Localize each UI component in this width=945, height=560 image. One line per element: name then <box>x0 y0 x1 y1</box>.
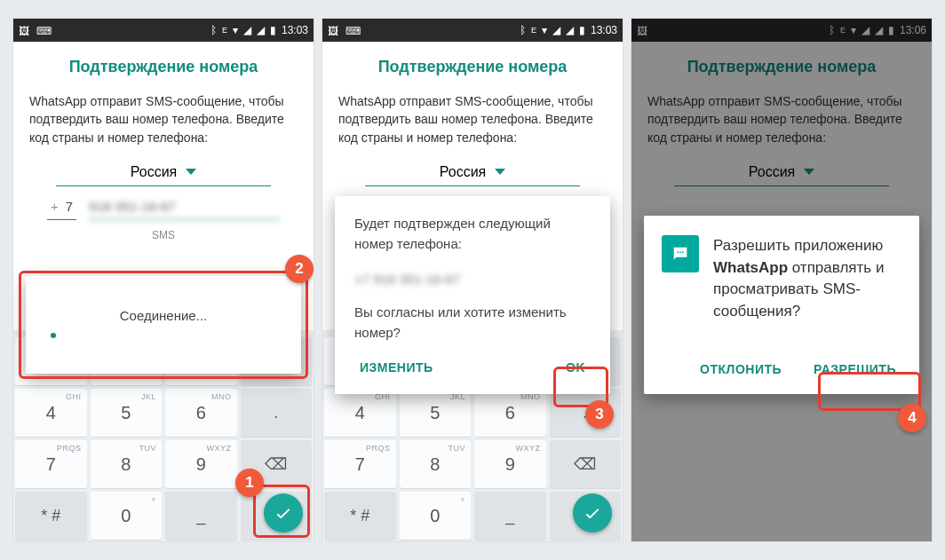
key-8[interactable]: 8TUV <box>400 440 472 488</box>
key-space[interactable]: _ <box>474 492 546 540</box>
spinner-icon <box>51 333 56 338</box>
notif-keyboard-icon: ⌨ <box>345 25 358 35</box>
ok-button[interactable]: OK <box>560 351 591 383</box>
submit-fab[interactable] <box>573 493 612 532</box>
sms-permission-icon <box>662 235 699 272</box>
svg-point-2 <box>682 251 684 253</box>
page-title: Подтверждение номера <box>647 58 916 76</box>
svg-point-1 <box>679 251 681 253</box>
clock: 13:06 <box>900 24 926 36</box>
wifi-icon: ▾ <box>851 24 856 36</box>
connecting-text: Соединение... <box>45 308 282 323</box>
change-button[interactable]: ИЗМЕНИТЬ <box>354 351 439 383</box>
submit-fab[interactable] <box>264 493 303 532</box>
notif-picture-icon: 🖼 <box>637 25 649 35</box>
key-9[interactable]: 9WXYZ <box>165 440 237 488</box>
country-label: Россия <box>440 164 486 180</box>
clock: 13:03 <box>282 24 308 36</box>
key-0[interactable]: 0+ <box>91 492 163 540</box>
country-label: Россия <box>131 164 177 180</box>
signal-icon-2: ◢ <box>566 24 574 36</box>
page-blurb: WhatsApp отправит SMS-сообщение, чтобы п… <box>338 92 607 146</box>
key-dot[interactable]: . <box>241 389 313 437</box>
check-icon <box>274 503 293 523</box>
country-code-input[interactable]: + 7 <box>47 199 76 220</box>
clock: 13:03 <box>591 24 617 36</box>
bt-icon: ᛒ <box>520 24 526 36</box>
screenshot-2: 🖼 ⌨ ᛒ E ▾ ◢ ◢ ▮ 13:03 Подтверждение номе… <box>322 18 623 542</box>
signal-icon: ◢ <box>243 24 251 36</box>
bt-icon: ᛒ <box>829 24 835 36</box>
svg-point-0 <box>677 251 679 253</box>
key-sym[interactable]: * # <box>15 492 87 540</box>
connecting-dialog: Соединение... <box>26 276 301 374</box>
signal-icon: ◢ <box>552 24 560 36</box>
confirm-number: +7 918 351-16-67 <box>354 272 591 287</box>
key-space[interactable]: _ <box>165 492 237 540</box>
chat-bubble-icon <box>671 244 690 264</box>
key-8[interactable]: 8TUV <box>91 440 163 488</box>
callout-num-4: 4 <box>898 404 926 432</box>
signal-icon: ◢ <box>862 24 870 36</box>
callout-num-3: 3 <box>585 400 614 429</box>
battery-icon: ▮ <box>888 24 894 36</box>
country-selector[interactable]: Россия <box>56 164 271 186</box>
net-e-icon: E <box>840 26 846 35</box>
key-7[interactable]: 7PRQS <box>15 440 87 488</box>
check-icon <box>583 503 602 523</box>
key-6[interactable]: 6MNO <box>165 389 237 437</box>
key-5[interactable]: 5JKL <box>400 389 472 437</box>
key-6[interactable]: 6MNO <box>474 389 546 437</box>
wifi-icon: ▾ <box>542 24 547 36</box>
status-bar: 🖼 ⌨ ᛒ E ▾ ◢ ◢ ▮ 13:03 <box>322 19 623 42</box>
key-4[interactable]: 4GHI <box>324 389 396 437</box>
status-bar: 🖼 ⌨ ᛒ E ▾ ◢ ◢ ▮ 13:03 <box>13 19 314 42</box>
key-sym[interactable]: * # <box>324 492 396 540</box>
confirm-number-dialog: Будет подтвержден следующий номер телефо… <box>335 196 610 394</box>
permission-dialog: Разрешить приложению WhatsApp отправлять… <box>644 216 919 394</box>
page-title: Подтверждение номера <box>338 58 607 76</box>
net-e-icon: E <box>222 26 227 35</box>
net-e-icon: E <box>531 26 536 35</box>
battery-icon: ▮ <box>579 24 585 36</box>
battery-icon: ▮ <box>270 24 276 36</box>
country-code: 7 <box>66 199 73 214</box>
chevron-down-icon <box>186 169 196 175</box>
key-7[interactable]: 7PRQS <box>324 440 396 488</box>
notif-keyboard-icon: ⌨ <box>36 25 49 35</box>
sms-note: SMS <box>29 229 298 241</box>
key-9[interactable]: 9WXYZ <box>474 440 546 488</box>
key-4[interactable]: 4GHI <box>15 389 87 437</box>
confirm-msg-1: Будет подтвержден следующий номер телефо… <box>354 214 591 254</box>
notif-picture-icon: 🖼 <box>328 25 340 35</box>
page-blurb: WhatsApp отправит SMS-сообщение, чтобы п… <box>647 92 916 146</box>
plus-sign: + <box>51 199 59 214</box>
notif-picture-icon: 🖼 <box>19 25 31 35</box>
page-title: Подтверждение номера <box>29 58 298 76</box>
screenshot-3: 🖼 ᛒ E ▾ ◢ ◢ ▮ 13:06 Подтверждение номера… <box>631 18 933 542</box>
deny-button[interactable]: ОТКЛОНИТЬ <box>695 353 787 385</box>
status-bar: 🖼 ᛒ E ▾ ◢ ◢ ▮ 13:06 <box>631 19 932 42</box>
allow-button[interactable]: РАЗРЕШИТЬ <box>808 353 901 385</box>
wifi-icon: ▾ <box>233 24 238 36</box>
phone-number-input[interactable]: 918 351-16-67 <box>89 199 280 220</box>
key-5[interactable]: 5JKL <box>91 389 163 437</box>
callout-num-1: 1 <box>235 469 264 497</box>
confirm-msg-2: Вы согласны или хотите изменить номер? <box>354 303 591 343</box>
bt-icon: ᛒ <box>210 24 217 36</box>
signal-icon-2: ◢ <box>257 24 265 36</box>
country-label: Россия <box>749 164 795 180</box>
signal-icon-2: ◢ <box>875 24 883 36</box>
screenshot-1: 🖼 ⌨ ᛒ E ▾ ◢ ◢ ▮ 13:03 Подтверждение номе… <box>12 18 314 542</box>
key-0[interactable]: 0+ <box>400 492 472 540</box>
chevron-down-icon <box>495 169 505 175</box>
permission-text: Разрешить приложению WhatsApp отправлять… <box>713 235 901 323</box>
page-blurb: WhatsApp отправит SMS-сообщение, чтобы п… <box>29 92 298 146</box>
callout-num-2: 2 <box>285 255 314 283</box>
key-backspace[interactable]: ⌫ <box>550 440 622 488</box>
chevron-down-icon <box>804 169 814 175</box>
country-selector[interactable]: Россия <box>365 164 580 186</box>
country-selector[interactable]: Россия <box>674 164 889 186</box>
